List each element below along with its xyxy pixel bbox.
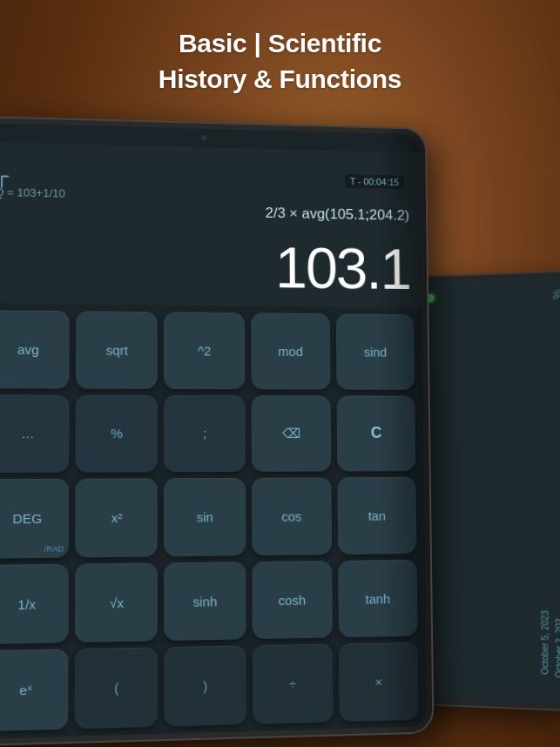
key--[interactable]: ; xyxy=(164,395,245,473)
key-label: ; xyxy=(203,426,206,441)
key--[interactable]: ÷ xyxy=(252,644,333,724)
main-tablet: ┌ T - 00:04:15 Q = 103+1/10 2/3 × avg(10… xyxy=(0,116,434,747)
title-area: Basic | Scientific History & Functions xyxy=(0,26,560,97)
result-display: 103.1 xyxy=(275,238,410,297)
title-line2: History & Functions xyxy=(0,62,560,98)
history-date-1: October 5, 2023 xyxy=(540,610,550,675)
key-label: … xyxy=(21,426,35,441)
tablet-screen: ┌ T - 00:04:15 Q = 103+1/10 2/3 × avg(10… xyxy=(0,123,428,739)
key-label: sin xyxy=(197,509,213,524)
key--[interactable]: ( xyxy=(75,648,159,730)
key-label: % xyxy=(111,426,123,441)
key-label: sinh xyxy=(193,594,218,609)
key-label: ( xyxy=(114,680,118,696)
key-label: cosh xyxy=(279,592,306,608)
key-label: tan xyxy=(368,508,386,523)
title-line1: Basic | Scientific xyxy=(0,26,560,62)
key-label: mod xyxy=(278,344,303,359)
key--x[interactable]: √x xyxy=(75,562,158,643)
key-tan[interactable]: tan xyxy=(337,477,416,555)
key-label: ) xyxy=(203,678,207,694)
key-sublabel: /RAD xyxy=(44,544,64,553)
key-cos[interactable]: cos xyxy=(252,478,332,555)
key-sqrt[interactable]: sqrt xyxy=(76,311,158,388)
key--[interactable]: … xyxy=(0,394,70,473)
key-1-x[interactable]: 1/x xyxy=(0,564,69,645)
key-label: × xyxy=(374,675,382,690)
key--[interactable]: ) xyxy=(164,646,246,727)
corner-icon: ┌ xyxy=(0,166,9,185)
key-label: 1/x xyxy=(17,596,36,612)
key-sinh[interactable]: sinh xyxy=(164,562,246,641)
key-tanh[interactable]: tanh xyxy=(338,560,418,638)
history-dates: October 5, 2023 October 2, 202... xyxy=(538,610,560,678)
key-label: x² xyxy=(111,510,123,525)
key-label: eˣ xyxy=(19,682,33,698)
key-e-[interactable]: eˣ xyxy=(0,649,69,731)
key-label: sqrt xyxy=(106,342,128,357)
key--[interactable]: ⌫ xyxy=(251,395,331,472)
key-label: cos xyxy=(281,508,301,523)
key-C[interactable]: C xyxy=(336,395,415,472)
history-date-2: October 2, 202... xyxy=(554,610,560,677)
key--[interactable]: % xyxy=(76,394,159,473)
timer-badge: T - 00:04:15 xyxy=(345,174,404,189)
key-cosh[interactable]: cosh xyxy=(252,561,333,640)
key-DEG[interactable]: DEG/RAD xyxy=(0,479,69,558)
key--2[interactable]: ^2 xyxy=(164,312,245,389)
key-label: √x xyxy=(110,595,124,610)
key-mod[interactable]: mod xyxy=(251,313,331,389)
display-area: ┌ T - 00:04:15 Q = 103+1/10 2/3 × avg(10… xyxy=(0,142,422,308)
key-avg[interactable]: avg xyxy=(0,310,70,388)
keypad: avgsqrt^2modsind…%;⌫CDEG/RADx²sincostan1… xyxy=(0,303,428,739)
key-label: DEG xyxy=(12,511,42,527)
camera-dot xyxy=(201,136,206,141)
key-label: ÷ xyxy=(289,676,296,691)
key-x-[interactable]: x² xyxy=(75,479,158,558)
key--[interactable]: × xyxy=(339,643,419,722)
expression-line: 2/3 × avg(105.1;204.2) xyxy=(266,205,410,225)
key-label: avg xyxy=(17,342,39,357)
history-line: Q = 103+1/10 xyxy=(0,185,65,200)
key-sind[interactable]: sind xyxy=(336,313,415,389)
key-label: sind xyxy=(364,345,388,360)
key-label: ⌫ xyxy=(282,426,300,441)
key-label: ^2 xyxy=(198,343,211,358)
key-label: C xyxy=(371,424,382,442)
key-sin[interactable]: sin xyxy=(164,478,246,556)
key-label: tanh xyxy=(365,591,390,606)
percent-label: % xyxy=(550,289,560,299)
